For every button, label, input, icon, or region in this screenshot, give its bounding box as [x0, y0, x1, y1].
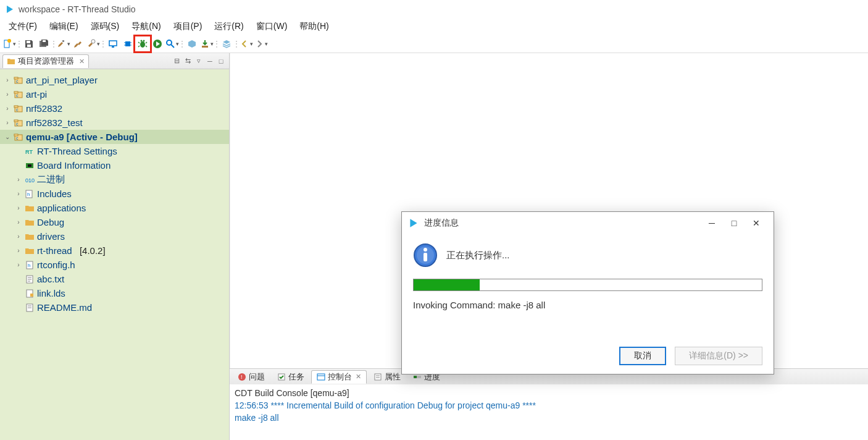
- cancel-button[interactable]: 取消: [619, 347, 666, 365]
- dialog-title-bar[interactable]: 进度信息 ─ □ ✕: [402, 212, 774, 234]
- menu-project[interactable]: 项目(P): [169, 20, 207, 33]
- tree-item[interactable]: abc.txt: [11, 272, 229, 286]
- monitor-button[interactable]: [106, 37, 120, 51]
- project-item[interactable]: ›cnrf52832: [0, 101, 229, 116]
- tab-tasks[interactable]: 任务: [272, 370, 310, 384]
- project-icon: c: [14, 132, 23, 142]
- download-button[interactable]: [200, 37, 214, 51]
- new-button[interactable]: [2, 37, 16, 51]
- progress-fill: [414, 279, 480, 290]
- svg-rect-9: [112, 46, 114, 48]
- app-icon: [5, 4, 15, 14]
- header-file-icon: h: [25, 260, 35, 270]
- console-line: make -j8 all: [235, 412, 863, 424]
- tree-item[interactable]: ›applications: [11, 201, 229, 215]
- chip-button[interactable]: [121, 37, 135, 51]
- tab-problems[interactable]: !问题: [232, 370, 270, 384]
- explorer-tab[interactable]: 项目资源管理器 ✕: [2, 54, 89, 68]
- close-icon[interactable]: ✕: [356, 373, 361, 381]
- layers-button[interactable]: [220, 37, 233, 51]
- build-all-button[interactable]: [72, 37, 85, 51]
- dialog-command: Invoking Command: make -j8 all: [413, 300, 762, 310]
- svg-point-24: [167, 40, 172, 45]
- save-all-button[interactable]: [37, 37, 51, 51]
- text-file-icon: [25, 274, 35, 284]
- config-button[interactable]: [86, 37, 100, 51]
- debug-button[interactable]: [136, 37, 149, 51]
- project-item[interactable]: ›cnrf52832_test: [0, 116, 229, 130]
- svg-text:c: c: [16, 136, 19, 140]
- tree-item[interactable]: ›Debug: [11, 215, 229, 229]
- tree-item[interactable]: ›rt-thread [4.0.2]: [11, 243, 229, 258]
- console-line: 12:56:53 **** Incremental Build of confi…: [235, 399, 863, 412]
- folder-icon: [25, 232, 35, 242]
- dialog-message: 正在执行操作...: [446, 250, 510, 261]
- dialog-close-button[interactable]: ✕: [745, 214, 767, 232]
- project-item-active[interactable]: ⌄cqemu-a9 [Active - Debug]: [0, 130, 229, 144]
- search-button[interactable]: [165, 37, 179, 51]
- explorer-tab-row: 项目资源管理器 ✕ ⊟ ⇆ ▿ ─ □: [0, 53, 229, 69]
- tree-item[interactable]: README.md: [11, 300, 229, 315]
- dialog-maximize-button[interactable]: □: [723, 214, 745, 232]
- window-title: workspace - RT-Thread Studio: [19, 4, 136, 14]
- project-tree[interactable]: ›cart_pi_net_player ›cart-pi ›cnrf52832 …: [0, 69, 229, 440]
- svg-line-18: [138, 46, 140, 47]
- tree-item[interactable]: ›hrtconfig.h: [11, 258, 229, 272]
- progress-bar: [413, 279, 762, 291]
- tab-console[interactable]: 控制台✕: [311, 370, 367, 384]
- tree-item[interactable]: Board Information: [11, 158, 229, 172]
- markdown-file-icon: [25, 303, 35, 313]
- tree-item[interactable]: ›010二进制: [11, 172, 229, 187]
- minimize-icon[interactable]: ─: [204, 56, 215, 67]
- tree-item[interactable]: link.lds: [11, 286, 229, 300]
- svg-point-21: [143, 40, 145, 41]
- project-item[interactable]: ›cart-pi: [0, 87, 229, 101]
- svg-point-20: [141, 40, 143, 41]
- folder-icon: [25, 246, 35, 256]
- svg-rect-6: [62, 40, 64, 42]
- link-editor-icon[interactable]: ⇆: [182, 56, 193, 67]
- close-icon[interactable]: ✕: [79, 57, 85, 66]
- tree-item[interactable]: RTRT-Thread Settings: [11, 144, 229, 158]
- menu-source[interactable]: 源码(S): [86, 20, 125, 33]
- view-menu-icon[interactable]: ▿: [193, 56, 204, 67]
- svg-marker-0: [7, 6, 13, 13]
- svg-line-17: [146, 42, 147, 43]
- svg-text:c: c: [16, 108, 19, 112]
- menu-navigate[interactable]: 导航(N): [127, 20, 165, 33]
- svg-text:c: c: [16, 122, 19, 126]
- tree-item[interactable]: ›drivers: [11, 229, 229, 243]
- nav-back-button[interactable]: [240, 37, 253, 51]
- project-item[interactable]: ›cart_pi_net_player: [0, 73, 229, 87]
- svg-text:c: c: [16, 79, 19, 83]
- svg-rect-3: [27, 41, 30, 43]
- menu-window[interactable]: 窗口(W): [251, 20, 293, 33]
- settings-icon: RT: [25, 146, 35, 156]
- save-button[interactable]: [22, 37, 36, 51]
- nav-fwd-button[interactable]: [254, 37, 268, 51]
- project-icon: c: [14, 104, 23, 114]
- svg-point-15: [140, 41, 145, 48]
- binary-icon: 010: [25, 175, 35, 185]
- menu-edit[interactable]: 编辑(E): [44, 20, 83, 33]
- run-button[interactable]: [151, 37, 164, 51]
- includes-icon: h: [25, 189, 35, 199]
- console-output[interactable]: CDT Build Console [qemu-a9] 12:56:53 ***…: [230, 384, 868, 440]
- menu-run[interactable]: 运行(R): [209, 20, 248, 33]
- menu-help[interactable]: 帮助(H): [294, 20, 333, 33]
- menu-bar: 文件(F) 编辑(E) 源码(S) 导航(N) 项目(P) 运行(R) 窗口(W…: [0, 19, 868, 35]
- menu-file[interactable]: 文件(F): [4, 20, 42, 33]
- svg-text:010: 010: [25, 177, 35, 184]
- console-icon: [317, 373, 325, 381]
- package-button[interactable]: [185, 37, 199, 51]
- maximize-icon[interactable]: □: [215, 56, 227, 67]
- dialog-minimize-button[interactable]: ─: [701, 214, 723, 232]
- collapse-all-icon[interactable]: ⊟: [171, 56, 182, 67]
- info-icon: [413, 243, 438, 268]
- svg-point-7: [91, 40, 95, 43]
- problems-icon: !: [238, 373, 246, 381]
- tab-properties[interactable]: 属性: [368, 370, 406, 384]
- build-button[interactable]: [57, 37, 70, 51]
- svg-rect-73: [424, 253, 427, 261]
- tree-item[interactable]: ›hIncludes: [11, 187, 229, 201]
